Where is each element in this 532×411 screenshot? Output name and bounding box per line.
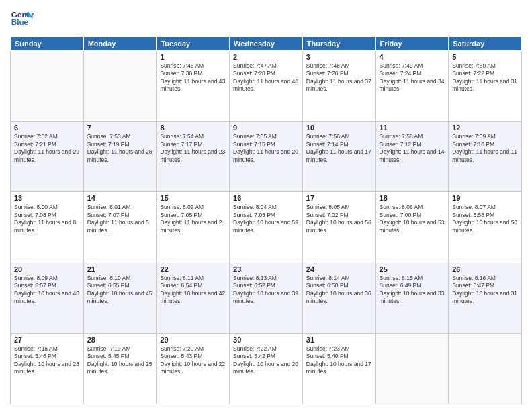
calendar-cell — [11, 51, 84, 122]
day-info: Sunrise: 8:01 AM Sunset: 7:07 PM Dayligh… — [87, 203, 153, 234]
day-info: Sunrise: 8:07 AM Sunset: 6:58 PM Dayligh… — [452, 203, 518, 234]
weekday-header: Monday — [83, 37, 157, 51]
day-info: Sunrise: 7:47 AM Sunset: 7:28 PM Dayligh… — [233, 62, 299, 93]
day-info: Sunrise: 7:46 AM Sunset: 7:30 PM Dayligh… — [160, 62, 226, 93]
day-number: 29 — [160, 336, 226, 344]
calendar-cell: 26Sunrise: 8:16 AM Sunset: 6:47 PM Dayli… — [449, 263, 522, 333]
calendar-cell: 20Sunrise: 8:09 AM Sunset: 6:57 PM Dayli… — [11, 263, 84, 333]
day-number: 2 — [233, 53, 299, 61]
day-number: 31 — [306, 336, 372, 344]
day-number: 8 — [160, 124, 226, 132]
day-number: 11 — [380, 124, 445, 132]
day-info: Sunrise: 8:04 AM Sunset: 7:03 PM Dayligh… — [233, 203, 299, 234]
day-number: 9 — [233, 124, 299, 132]
day-number: 15 — [160, 194, 226, 202]
calendar-cell: 18Sunrise: 8:06 AM Sunset: 7:00 PM Dayli… — [375, 192, 449, 263]
calendar-cell: 25Sunrise: 8:15 AM Sunset: 6:49 PM Dayli… — [375, 263, 449, 333]
day-number: 19 — [452, 194, 518, 202]
day-info: Sunrise: 7:54 AM Sunset: 7:17 PM Dayligh… — [160, 133, 226, 164]
weekday-header: Tuesday — [157, 37, 230, 51]
calendar-cell: 10Sunrise: 7:56 AM Sunset: 7:14 PM Dayli… — [302, 122, 375, 192]
day-number: 22 — [160, 265, 226, 273]
day-info: Sunrise: 7:19 AM Sunset: 5:45 PM Dayligh… — [87, 345, 153, 376]
calendar-cell: 11Sunrise: 7:58 AM Sunset: 7:12 PM Dayli… — [375, 122, 449, 192]
day-info: Sunrise: 7:53 AM Sunset: 7:19 PM Dayligh… — [87, 133, 153, 164]
calendar-cell: 4Sunrise: 7:49 AM Sunset: 7:24 PM Daylig… — [375, 51, 449, 122]
day-info: Sunrise: 7:18 AM Sunset: 5:46 PM Dayligh… — [14, 345, 80, 376]
weekday-header-row: SundayMondayTuesdayWednesdayThursdayFrid… — [11, 37, 522, 51]
calendar-cell: 17Sunrise: 8:05 AM Sunset: 7:02 PM Dayli… — [302, 192, 375, 263]
day-number: 3 — [306, 53, 372, 61]
calendar-cell: 29Sunrise: 7:20 AM Sunset: 5:43 PM Dayli… — [157, 333, 230, 404]
calendar-cell: 7Sunrise: 7:53 AM Sunset: 7:19 PM Daylig… — [83, 122, 157, 192]
weekday-header: Wednesday — [230, 37, 303, 51]
day-number: 30 — [233, 336, 299, 344]
day-info: Sunrise: 7:52 AM Sunset: 7:21 PM Dayligh… — [14, 133, 80, 164]
calendar-cell: 14Sunrise: 8:01 AM Sunset: 7:07 PM Dayli… — [83, 192, 157, 263]
day-number: 6 — [14, 124, 80, 132]
day-number: 18 — [380, 194, 445, 202]
weekday-header: Friday — [375, 37, 449, 51]
calendar-cell: 15Sunrise: 8:02 AM Sunset: 7:05 PM Dayli… — [157, 192, 230, 263]
calendar-cell: 2Sunrise: 7:47 AM Sunset: 7:28 PM Daylig… — [230, 51, 303, 122]
calendar-cell: 21Sunrise: 8:10 AM Sunset: 6:55 PM Dayli… — [83, 263, 157, 333]
weekday-header: Thursday — [302, 37, 375, 51]
day-number: 13 — [14, 194, 80, 202]
page: General Blue SundayMondayTuesdayWednesda… — [0, 0, 532, 411]
day-number: 1 — [160, 53, 226, 61]
calendar-cell: 6Sunrise: 7:52 AM Sunset: 7:21 PM Daylig… — [11, 122, 84, 192]
day-info: Sunrise: 8:06 AM Sunset: 7:00 PM Dayligh… — [380, 203, 445, 234]
day-info: Sunrise: 8:05 AM Sunset: 7:02 PM Dayligh… — [306, 203, 372, 234]
day-info: Sunrise: 7:58 AM Sunset: 7:12 PM Dayligh… — [380, 133, 445, 164]
calendar-week-row: 27Sunrise: 7:18 AM Sunset: 5:46 PM Dayli… — [11, 333, 522, 404]
calendar-cell: 28Sunrise: 7:19 AM Sunset: 5:45 PM Dayli… — [83, 333, 157, 404]
day-info: Sunrise: 7:59 AM Sunset: 7:10 PM Dayligh… — [452, 133, 518, 164]
calendar-cell: 22Sunrise: 8:11 AM Sunset: 6:54 PM Dayli… — [157, 263, 230, 333]
calendar-cell: 8Sunrise: 7:54 AM Sunset: 7:17 PM Daylig… — [157, 122, 230, 192]
calendar-cell — [449, 333, 522, 404]
day-info: Sunrise: 7:20 AM Sunset: 5:43 PM Dayligh… — [160, 345, 226, 376]
day-info: Sunrise: 8:13 AM Sunset: 6:52 PM Dayligh… — [233, 275, 299, 306]
day-info: Sunrise: 7:56 AM Sunset: 7:14 PM Dayligh… — [306, 133, 372, 164]
calendar-cell — [375, 333, 449, 404]
calendar-cell: 27Sunrise: 7:18 AM Sunset: 5:46 PM Dayli… — [11, 333, 84, 404]
day-info: Sunrise: 8:14 AM Sunset: 6:50 PM Dayligh… — [306, 275, 372, 306]
logo: General Blue — [10, 7, 34, 31]
calendar-week-row: 6Sunrise: 7:52 AM Sunset: 7:21 PM Daylig… — [11, 122, 522, 192]
day-number: 12 — [452, 124, 518, 132]
calendar-cell: 23Sunrise: 8:13 AM Sunset: 6:52 PM Dayli… — [230, 263, 303, 333]
day-info: Sunrise: 7:49 AM Sunset: 7:24 PM Dayligh… — [380, 62, 445, 93]
calendar-cell — [83, 51, 157, 122]
day-info: Sunrise: 7:48 AM Sunset: 7:26 PM Dayligh… — [306, 62, 372, 93]
day-info: Sunrise: 8:11 AM Sunset: 6:54 PM Dayligh… — [160, 275, 226, 306]
calendar-cell: 1Sunrise: 7:46 AM Sunset: 7:30 PM Daylig… — [157, 51, 230, 122]
calendar: SundayMondayTuesdayWednesdayThursdayFrid… — [10, 36, 522, 404]
day-info: Sunrise: 8:00 AM Sunset: 7:08 PM Dayligh… — [14, 203, 80, 234]
day-info: Sunrise: 8:16 AM Sunset: 6:47 PM Dayligh… — [452, 275, 518, 306]
day-info: Sunrise: 7:23 AM Sunset: 5:40 PM Dayligh… — [306, 345, 372, 376]
day-number: 7 — [87, 124, 153, 132]
day-number: 14 — [87, 194, 153, 202]
calendar-week-row: 13Sunrise: 8:00 AM Sunset: 7:08 PM Dayli… — [11, 192, 522, 263]
day-number: 5 — [452, 53, 518, 61]
calendar-cell: 30Sunrise: 7:22 AM Sunset: 5:42 PM Dayli… — [230, 333, 303, 404]
day-info: Sunrise: 7:50 AM Sunset: 7:22 PM Dayligh… — [452, 62, 518, 93]
calendar-cell: 19Sunrise: 8:07 AM Sunset: 6:58 PM Dayli… — [449, 192, 522, 263]
day-info: Sunrise: 8:15 AM Sunset: 6:49 PM Dayligh… — [380, 275, 445, 306]
day-number: 17 — [306, 194, 372, 202]
day-info: Sunrise: 8:09 AM Sunset: 6:57 PM Dayligh… — [14, 275, 80, 306]
header: General Blue — [10, 7, 522, 31]
day-number: 28 — [87, 336, 153, 344]
calendar-cell: 12Sunrise: 7:59 AM Sunset: 7:10 PM Dayli… — [449, 122, 522, 192]
day-number: 20 — [14, 265, 80, 273]
day-number: 26 — [452, 265, 518, 273]
svg-text:Blue: Blue — [11, 17, 29, 26]
logo-icon: General Blue — [10, 7, 34, 31]
calendar-cell: 16Sunrise: 8:04 AM Sunset: 7:03 PM Dayli… — [230, 192, 303, 263]
day-number: 24 — [306, 265, 372, 273]
weekday-header: Saturday — [449, 37, 522, 51]
day-info: Sunrise: 7:55 AM Sunset: 7:15 PM Dayligh… — [233, 133, 299, 164]
calendar-week-row: 20Sunrise: 8:09 AM Sunset: 6:57 PM Dayli… — [11, 263, 522, 333]
calendar-cell: 9Sunrise: 7:55 AM Sunset: 7:15 PM Daylig… — [230, 122, 303, 192]
day-number: 21 — [87, 265, 153, 273]
